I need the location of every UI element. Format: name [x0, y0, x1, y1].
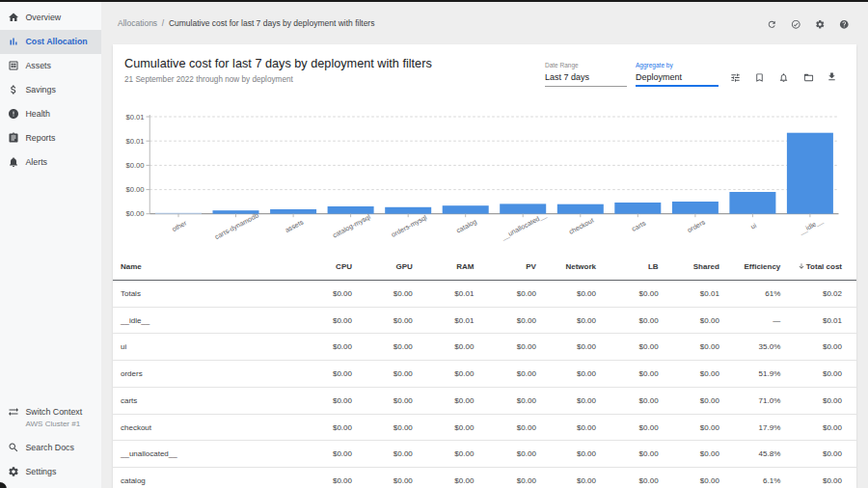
svg-text:checkout: checkout	[568, 217, 595, 235]
svg-text:ui: ui	[749, 222, 757, 230]
svg-text:carts: carts	[631, 219, 647, 232]
svg-text:$0.01: $0.01	[125, 137, 144, 146]
svg-text:catalog-mysql: catalog-mysql	[332, 213, 372, 240]
svg-text:other: other	[171, 219, 188, 232]
svg-text:orders-mysql: orders-mysql	[391, 213, 429, 238]
svg-text:$0.00: $0.00	[125, 161, 144, 170]
svg-text:$0.00: $0.00	[125, 185, 144, 194]
svg-text:assets: assets	[284, 218, 305, 233]
svg-text:catalog: catalog	[455, 218, 478, 235]
svg-text:orders: orders	[686, 218, 706, 233]
svg-text:$0.00: $0.00	[125, 209, 144, 218]
svg-text:__unallocated__: __unallocated__	[500, 211, 548, 242]
svg-text:$0.01: $0.01	[125, 113, 144, 122]
svg-text:__idle__: __idle__	[798, 217, 825, 236]
svg-text:carts-dynamodb: carts-dynamodb	[214, 211, 260, 241]
